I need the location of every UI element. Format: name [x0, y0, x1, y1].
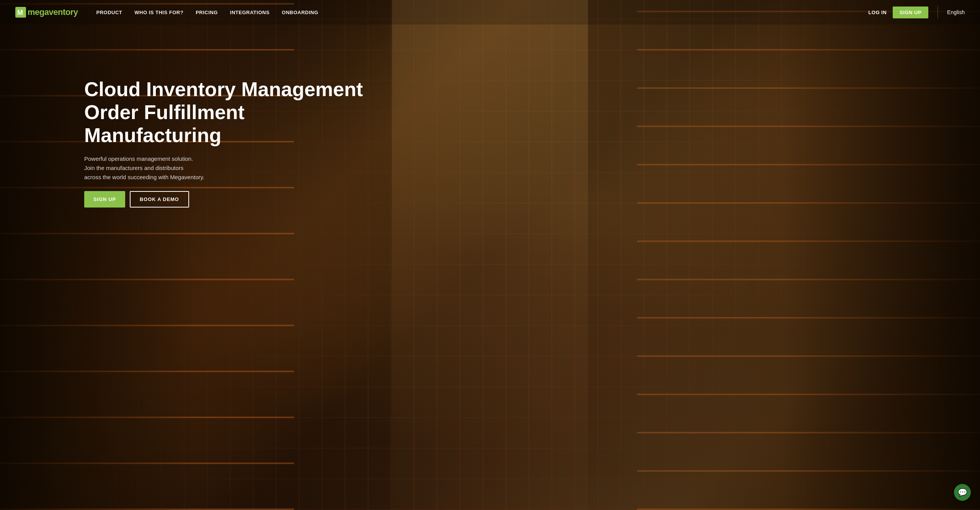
language-selector[interactable]: English — [947, 9, 965, 15]
hero-subtitle: Powerful operations management solution.… — [84, 154, 214, 182]
hero-subtitle-line1: Powerful operations management solution. — [84, 155, 193, 162]
signup-nav-button[interactable]: SIGN UP — [893, 7, 928, 18]
logo-icon: M — [15, 7, 26, 18]
hero-headline-line1: Cloud Inventory Management — [84, 78, 980, 101]
lang-separator — [938, 6, 938, 18]
hero-headline-line2: Order Fulfillment — [84, 101, 980, 124]
nav-right: LOG IN SIGN UP English — [868, 6, 965, 18]
login-button[interactable]: LOG IN — [868, 10, 887, 15]
nav-links: PRODUCT WHO IS THIS FOR? PRICING INTEGRA… — [96, 10, 868, 15]
navbar: M megaventory PRODUCT WHO IS THIS FOR? P… — [0, 0, 980, 25]
svg-text:M: M — [17, 9, 23, 16]
hero-demo-button[interactable]: BOOK A DEMO — [130, 191, 189, 208]
nav-pricing[interactable]: PRICING — [196, 10, 218, 15]
nav-who-is-this-for[interactable]: WHO IS THIS FOR? — [134, 10, 183, 15]
hero-headline: Cloud Inventory Management Order Fulfill… — [84, 78, 980, 147]
hero-content: Cloud Inventory Management Order Fulfill… — [0, 47, 980, 208]
chat-icon: 💬 — [958, 489, 967, 496]
hero-subtitle-line2: Join the manufacturers and distributors — [84, 165, 183, 171]
chat-widget[interactable]: 💬 — [954, 484, 971, 501]
hero-buttons: SIGN UP BOOK A DEMO — [84, 191, 980, 208]
hero-signup-button[interactable]: SIGN UP — [84, 191, 125, 208]
hero-subtitle-line3: across the world succeeding with Megaven… — [84, 174, 204, 180]
logo-text: megaventory — [28, 7, 78, 17]
nav-integrations[interactable]: INTEGRATIONS — [230, 10, 270, 15]
nav-product[interactable]: PRODUCT — [96, 10, 122, 15]
hero-headline-line3: Manufacturing — [84, 124, 980, 147]
logo[interactable]: M megaventory — [15, 7, 78, 18]
nav-onboarding[interactable]: ONBOARDING — [282, 10, 318, 15]
